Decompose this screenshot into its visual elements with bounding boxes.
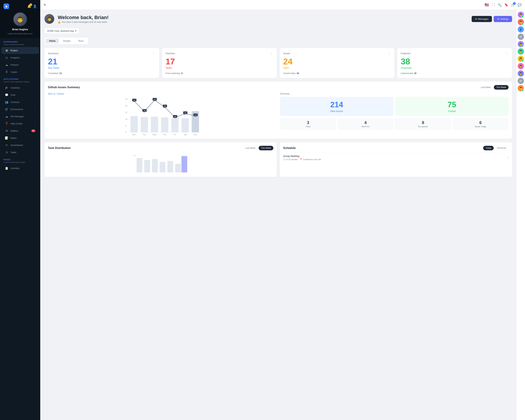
chat-topbar-icon[interactable]: 💬 [518,3,522,7]
sidebar-item-label-mailbox: Mailbox [10,130,18,132]
far-right-avatar-3[interactable]: 👤 [518,26,524,33]
logo-icon[interactable]: ◆ [3,3,9,9]
header-text: Welcome back, Brian! 🔔 You have 2 new me… [58,15,468,23]
issues-menu[interactable]: ⋮ [388,51,391,55]
project-icon: ⊞ [5,49,8,52]
sidebar-item-crypto[interactable]: $ Crypto [1,69,39,75]
contacts-icon: 👥 [5,101,8,104]
messages-icon: ✉ [475,18,477,20]
notification-icon[interactable]: 🔔 3 [27,4,31,8]
page-header: 👨 Welcome back, Brian! 🔔 You have 2 new … [45,14,512,24]
triage-num: 6 [479,120,482,125]
sidebar-item-academy[interactable]: 🎓 Academy [1,84,39,91]
academy-icon: 🎓 [5,86,8,89]
sidebar-item-chat[interactable]: 💬 Chat [1,92,39,98]
activities-icon: 📋 [5,167,8,170]
svg-text:25: 25 [184,112,186,114]
sidebar-item-notes[interactable]: 📝 Notes [1,135,39,141]
svg-rect-17 [181,118,189,132]
sidebar-item-contacts[interactable]: 👥 Contacts [1,99,39,105]
page-title: Welcome back, Brian! [58,15,468,20]
sidebar-item-helpcenter[interactable]: ❓ Help Center › [1,120,39,127]
sidebar-item-label-notes: Notes [10,137,17,139]
task-distribution-card: Task Distribution Last Week This Week 40 [45,142,277,177]
overdue-number: 17 [166,57,273,66]
pages-sub: Custom made page designs [0,161,40,165]
far-right-avatar-5[interactable]: 👩 [518,41,524,47]
svg-text:36: 36 [125,105,127,107]
github-last-week-btn[interactable]: Last Week [478,85,493,90]
project-selector[interactable]: ACME Corp. Backend App ▾ [45,28,79,34]
sidebar-item-scrumboard[interactable]: ✏ Scrumboard [1,142,39,149]
far-right-avatar-11[interactable]: 👨 [518,85,524,91]
task-dist-last-week[interactable]: Last Week [243,146,258,150]
reopened-label: Re-opened [418,125,428,128]
svg-rect-54 [175,164,181,173]
schedule-today-btn[interactable]: Today [483,146,494,150]
applications-sub: Custom made application designs [0,81,40,84]
settings-button[interactable]: ⚙ Settings [494,16,512,22]
menu-button[interactable]: ≡ [44,3,46,7]
task-bar-chart: 40 [48,154,273,173]
closed-label: Closed [448,110,456,112]
far-right-avatar-1[interactable]: 👩 [518,11,524,18]
profile-icon[interactable]: 👤 [33,4,37,8]
features-footer: Implemented: 16 [401,72,508,75]
summary-label: Due Tasks [48,66,156,69]
far-right-avatar-9[interactable]: 👩 [518,70,524,77]
header-subtitle-text: You have 2 new messages and 15 new tasks [62,21,107,23]
sidebar-item-filemanager[interactable]: ☁ File Manager [1,113,39,120]
sidebar-top: ◆ 🔔 3 👤 👨 Brian Hughes hughes.brian@comp… [0,0,40,38]
overdue-menu[interactable]: ⋮ [270,51,273,55]
far-right-avatar-7[interactable]: 👩 [518,56,524,62]
header-actions: ✉ Messages ⚙ Settings [472,16,512,22]
sidebar-item-label-helpcenter: Help Center [10,122,23,125]
far-right-avatar-6[interactable]: 👨 [518,48,524,55]
schedule-arrow[interactable]: › [508,156,508,159]
far-right-avatar-10[interactable]: M [518,78,524,84]
bookmark-icon[interactable]: 🔖 [504,3,508,7]
sidebar-item-activities[interactable]: 📋 Activities [1,165,39,172]
overdue-footer: From yesterday: 9 [166,72,273,75]
flag-icon[interactable]: 🇺🇸 [485,3,489,7]
closed-number: 75 [448,100,456,109]
clock-icon: 🕐 [283,158,286,160]
far-right-panel: 👩 👨 👤 M 👩 👨 👩 👩 👩 M 👨 [516,10,525,420]
task-dist-this-week[interactable]: This Week [259,146,273,150]
svg-rect-16 [171,118,179,132]
svg-rect-49 [137,158,142,173]
fullscreen-icon[interactable]: ⛶ [492,3,495,7]
tab-budget[interactable]: Budget [60,38,74,43]
overview-area: Overview 214 New Issues 75 Closed [280,93,508,135]
sidebar-item-mailbox[interactable]: ✉ Mailbox 27 [1,127,39,134]
sidebar-item-tasks[interactable]: ⊙ Tasks [1,149,39,156]
sidebar-item-analytics[interactable]: ◷ Analytics [1,54,39,61]
triage-label: Needs Triage [475,125,486,128]
mini-stat-triage: 6 Needs Triage [452,118,509,130]
sidebar-item-project[interactable]: ⊞ Project [1,47,39,54]
far-right-avatar-2[interactable]: 👨 [518,19,524,25]
search-icon[interactable]: 🔍 [498,3,502,7]
svg-text:28: 28 [143,110,146,112]
filemanager-icon: ☁ [5,115,8,118]
svg-rect-50 [144,160,150,173]
svg-text:Sun: Sun [194,133,197,135]
tab-home[interactable]: Home [46,38,59,43]
github-title: Github Issues Summary [48,86,80,89]
sidebar-item-ecommerce[interactable]: 🛒 ECommerce › [1,106,39,113]
features-menu[interactable]: ⋮ [505,51,508,55]
sidebar-item-finance[interactable]: ☁ Finance [1,61,39,68]
mailbox-badge: 27 [31,130,35,132]
github-this-week-btn[interactable]: This Week [494,85,508,90]
messages-btn-label: Messages [478,18,488,20]
cart-icon[interactable]: 🛒 5 [511,3,515,7]
far-right-avatar-4[interactable]: M [518,34,524,40]
schedule-time-text: in 32 minutes [286,158,298,160]
sidebar-user-email: hughes.brian@company.com [8,33,33,35]
schedule-tomorrow-btn[interactable]: Tomorrow [494,146,508,150]
summary-menu[interactable]: ⋮ [152,51,156,55]
tab-team[interactable]: Team [75,38,87,43]
messages-button[interactable]: ✉ Messages [472,16,492,22]
far-right-avatar-8[interactable]: 👩 [518,63,524,69]
issues-number: 24 [283,57,391,66]
